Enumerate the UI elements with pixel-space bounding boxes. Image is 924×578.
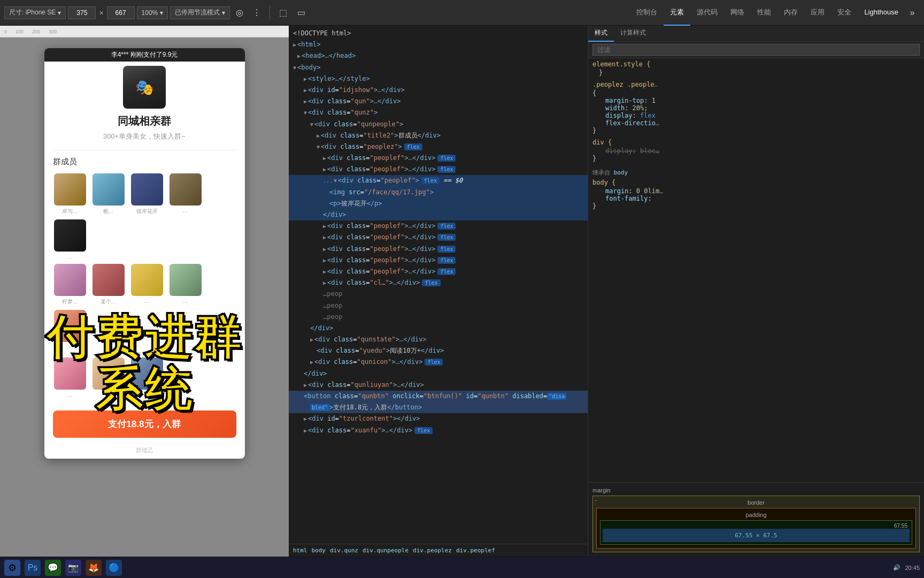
ruler-marker-3: 200 [28,29,44,34]
dom-line[interactable]: ▶<div class="xuanfu">…</div>flex [289,425,588,436]
dom-line[interactable]: ▼<div class="qunpeople"> [289,119,588,130]
dom-tree-panel: <!DOCTYPE html> ▶<html> ▶<head>…</head> … [289,26,588,557]
dom-line[interactable]: ▶<div class="peoplef">…</div>flex [289,255,588,266]
dom-line[interactable]: ▶<div class="peoplef">…</div>flex [289,266,588,277]
breadcrumb-html[interactable]: html [293,547,307,554]
content-box: 67.55 × 67.5 [603,529,910,542]
dom-line[interactable]: ▼<div class="qunz"> [289,107,588,118]
dom-line[interactable]: ▶<div class="cl…">…</div>flex [289,277,588,288]
dom-line[interactable]: ▶<div class="peoplef">…</div>flex [289,164,588,175]
device-label: 尺寸: iPhone SE [9,8,56,17]
tab-computed[interactable]: 计算样式 [614,26,652,42]
member-name: … [53,254,87,260]
dom-line[interactable]: ▶<div class="peoplef">…</div>flex [289,220,588,232]
dom-line[interactable]: </div> [289,209,588,220]
dom-line[interactable]: …peop [289,300,588,311]
member-name: … [91,392,126,398]
taskbar: ⚙ Ps 💬 📷 🦊 🔵 🔊 20:45 [0,557,924,578]
cursor-tool-icon[interactable]: ⬚ [275,5,290,20]
throttle-mode[interactable]: 已停用节流模式 ▾ [170,6,230,19]
dom-line[interactable]: ▶<head>…</head> [289,50,588,62]
dom-line[interactable]: <div class="yuedu">阅读10万+</div> [289,345,588,356]
filter-input[interactable] [592,44,920,56]
zoom-selector[interactable]: 100% ▾ [137,6,168,19]
tab-security[interactable]: 安全 [831,0,858,26]
dom-line[interactable]: </div> [289,368,588,379]
width-input[interactable]: 岸与… [68,6,96,19]
dom-line[interactable]: <!DOCTYPE html> [289,28,588,39]
tab-elements[interactable]: 元素 [664,0,690,26]
dom-line[interactable]: ▶<div class="qun">…</div> [289,96,588,107]
notification-text: 李4*** 刚刚支付了9.9元 [111,50,178,59]
dom-line[interactable]: ▶<div class="qunstate">…</div> [289,334,588,345]
styles-panel: 样式 计算样式 element.style { } .peoplez .peop… [588,26,924,557]
list-item: … [168,173,203,215]
taskbar-icon-settings[interactable]: ⚙ [4,560,20,576]
avatar [54,173,86,206]
tab-network[interactable]: 网络 [724,0,751,26]
dot-5 [153,352,157,355]
dom-line[interactable]: …peop [289,288,588,300]
dom-line[interactable]: ▶<div id="tzurlcontent"></div> [289,413,588,424]
avatar [170,264,202,296]
taskbar-icon-photoshop[interactable]: Ps [25,560,41,576]
tab-lighthouse[interactable]: Lighthouse [858,0,905,26]
avatar [54,358,86,390]
avatar [170,173,202,206]
footer-text: 群绩乙 [44,446,245,459]
dom-line[interactable]: ▶<div class="peoplef">…</div>flex [289,153,588,164]
dom-line-highlighted[interactable]: <button class="qunbtn" onclick="btnfun()… [289,391,588,402]
dom-line[interactable]: ▶<div class="title2">群成员</div> [289,130,588,141]
dom-line[interactable]: ▶<div class="qunliuyan">…</div> [289,379,588,391]
tab-sources[interactable]: 源代码 [690,0,724,26]
box-model-visual: margin - border padding 67.55 67.55 × 67… [592,487,920,552]
taskbar-icon-chrome[interactable]: 🔵 [106,560,122,576]
breadcrumb-body[interactable]: body [312,547,326,554]
tab-application[interactable]: 应用 [804,0,831,26]
dom-line[interactable]: ▶<div class="qunicon">…</div>flex [289,356,588,368]
dom-line[interactable]: ▼<body> [289,62,588,73]
dom-line[interactable]: ▶<div id="idjshow">…</div> [289,85,588,96]
dom-line[interactable]: <img src="/face/qq/17.jpg"> [289,187,588,198]
group-description: 300+单身美女，快速入群~ [103,132,186,141]
dom-line[interactable]: ▶<html> [289,39,588,50]
tab-styles[interactable]: 样式 [588,26,614,42]
tab-performance[interactable]: 性能 [751,0,777,26]
dom-tree[interactable]: <!DOCTYPE html> ▶<html> ▶<head>…</head> … [289,26,588,544]
members-title: 群成员 [53,157,236,167]
members-grid: 岸与… 栀… 彼岸花开 … [53,173,236,260]
device-selector[interactable]: 尺寸: iPhone SE ▾ [4,6,66,19]
pagination-dots [53,350,236,358]
taskbar-icon-chat[interactable]: 💬 [45,560,61,576]
dom-line[interactable]: ▼<div class="peoplez">flex [289,141,588,153]
dot-1 [132,352,135,355]
styles-content: element.style { } .peoplez .people… { ma… [588,58,924,482]
member-name: 柠梦… [53,298,87,306]
dom-line[interactable]: ▶<style>…</style> [289,73,588,85]
device-tool-icon[interactable]: ▭ [294,5,309,20]
dom-line-highlighted-2[interactable]: bled">支付18.8元，入群</button> [289,402,588,413]
breadcrumb-qunpeople[interactable]: div.qunpeople [363,547,409,554]
breadcrumb-peoplez[interactable]: div.peoplez [413,547,452,554]
more-options-icon[interactable]: ⋮ [249,5,264,20]
no-throttle-icon[interactable]: ◎ [232,5,247,20]
tab-memory[interactable]: 内存 [777,0,804,26]
dom-line-selected[interactable]: ...▼<div class="peoplef">flex == $0 [289,175,588,186]
breadcrumb-peoplef[interactable]: div.peoplef [456,547,495,554]
dom-line[interactable]: …peop [289,311,588,323]
join-button[interactable]: 支付18.8元，入群 [53,410,236,438]
expand-panels-icon[interactable]: » [905,5,920,20]
tab-console[interactable]: 控制台 [630,0,664,26]
padding-box: 67.55 67.55 × 67.5 [600,520,912,545]
ruler-marker-4: 300 [44,29,61,34]
breadcrumb-qunz[interactable]: div.qunz [330,547,358,554]
dom-line[interactable]: ▶<div class="peoplef">…</div>flex [289,244,588,255]
dom-line[interactable]: </div> [289,323,588,334]
taskbar-right: 🔊 20:45 [893,564,920,571]
height-input[interactable] [107,6,135,19]
dom-line[interactable]: <p>彼岸花开</p> [289,198,588,209]
dom-line[interactable]: ▶<div class="peoplef">…</div>flex [289,232,588,243]
avatar [131,358,163,390]
taskbar-icon-browser2[interactable]: 🦊 [86,560,102,576]
taskbar-icon-camera[interactable]: 📷 [65,560,81,576]
